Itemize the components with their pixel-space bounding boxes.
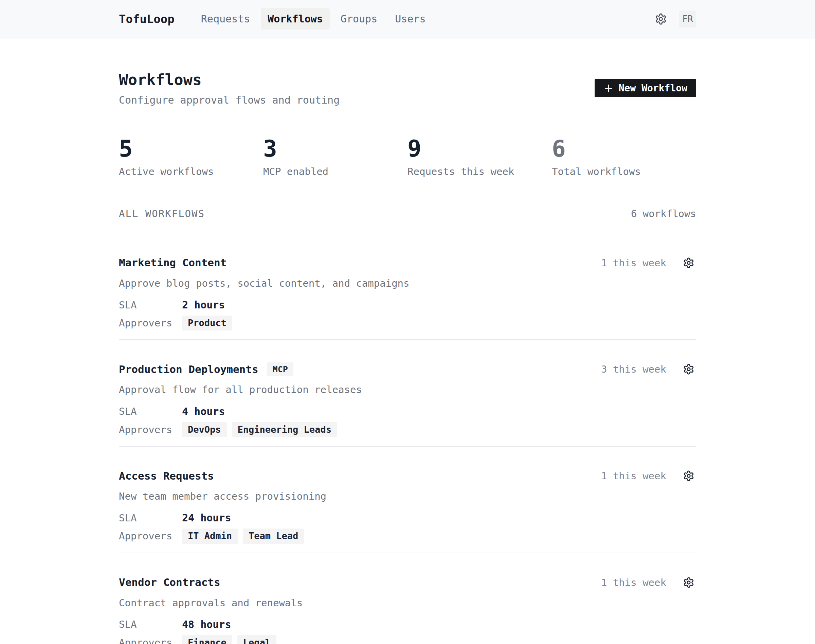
gear-icon: [655, 13, 667, 25]
week-count: 1 this week: [601, 470, 666, 481]
workflow-row-production-deployments: Production Deployments MCP 3 this week: [119, 340, 696, 447]
workflow-row-access-requests: Access Requests 1 this week: [119, 447, 696, 553]
workflow-name[interactable]: Access Requests: [119, 469, 214, 483]
top-navigation-bar: TofuLoop Requests Workflows Groups Users…: [0, 0, 815, 38]
stat-value: 9: [408, 137, 552, 160]
week-count: 1 this week: [601, 577, 666, 588]
main-nav: Requests Workflows Groups Users: [194, 8, 433, 29]
stat-label: Total workflows: [552, 166, 696, 177]
nav-item-workflows[interactable]: Workflows: [261, 8, 330, 29]
plus-icon: [604, 83, 614, 94]
workflow-description: Contract approvals and renewals: [119, 597, 696, 609]
week-count: 1 this week: [601, 257, 666, 269]
workflow-settings-button[interactable]: [681, 575, 696, 590]
approver-chip: Engineering Leads: [232, 422, 337, 437]
workflow-row-vendor-contracts: Vendor Contracts 1 this week: [119, 553, 696, 644]
nav-item-requests[interactable]: Requests: [194, 8, 257, 29]
workflow-settings-button[interactable]: [681, 362, 696, 377]
approver-chip: Team Lead: [243, 529, 304, 543]
brand-logo[interactable]: TofuLoop: [119, 12, 175, 26]
page-header-text: Workflows Configure approval flows and r…: [119, 71, 340, 106]
stat-requests-this-week: 9 Requests this week: [408, 137, 552, 177]
approver-chip: Finance: [182, 635, 232, 644]
workflow-description: Approval flow for all production release…: [119, 383, 696, 396]
workflow-description: Approve blog posts, social content, and …: [119, 277, 696, 290]
settings-button[interactable]: [653, 12, 668, 26]
workflow-count: 6 workflows: [631, 208, 696, 219]
workflow-list: Marketing Content 1 this week: [119, 234, 696, 644]
approvers-label: Approvers: [119, 317, 182, 329]
workflow-name[interactable]: Marketing Content: [119, 256, 227, 269]
sla-label: SLA: [119, 299, 182, 311]
sla-value: 4 hours: [182, 406, 225, 417]
workflow-name[interactable]: Production Deployments: [119, 363, 259, 376]
workflow-description: New team member access provisioning: [119, 490, 696, 502]
section-title: ALL WORKFLOWS: [119, 208, 205, 219]
gear-icon: [683, 577, 694, 588]
app-window: TofuLoop Requests Workflows Groups Users…: [0, 0, 815, 644]
page-title: Workflows: [119, 71, 340, 89]
approver-chip: IT Admin: [182, 529, 238, 543]
week-count: 3 this week: [601, 363, 666, 375]
gear-icon: [683, 257, 694, 269]
stat-value: 5: [119, 137, 263, 160]
page-subtitle: Configure approval flows and routing: [119, 94, 340, 106]
approver-chip: Legal: [237, 635, 276, 644]
stat-value: 6: [552, 137, 696, 160]
stat-active-workflows: 5 Active workflows: [119, 137, 263, 177]
approver-chip: DevOps: [182, 422, 227, 437]
approvers-label: Approvers: [119, 530, 182, 542]
sla-label: SLA: [119, 618, 182, 630]
stat-label: Requests this week: [408, 166, 552, 177]
mcp-badge: MCP: [267, 362, 293, 376]
workflow-name[interactable]: Vendor Contracts: [119, 576, 221, 589]
nav-item-users[interactable]: Users: [388, 8, 432, 29]
sla-value: 24 hours: [182, 512, 231, 524]
sla-label: SLA: [119, 406, 182, 417]
stat-total-workflows: 6 Total workflows: [552, 137, 696, 177]
new-workflow-button[interactable]: New Workflow: [594, 79, 696, 97]
nav-item-groups[interactable]: Groups: [334, 8, 384, 29]
approver-chip: Product: [182, 316, 232, 331]
approvers-label: Approvers: [119, 424, 182, 435]
stats-row: 5 Active workflows 3 MCP enabled 9 Reque…: [119, 137, 696, 177]
workflow-settings-button[interactable]: [681, 468, 696, 483]
sla-value: 48 hours: [182, 618, 231, 630]
workflow-row-marketing-content: Marketing Content 1 this week: [119, 234, 696, 340]
stat-label: Active workflows: [119, 166, 263, 177]
new-workflow-button-label: New Workflow: [619, 83, 687, 94]
gear-icon: [683, 470, 694, 481]
stat-value: 3: [263, 137, 408, 160]
approvers-label: Approvers: [119, 637, 182, 644]
stat-label: MCP enabled: [263, 166, 408, 177]
stat-mcp-enabled: 3 MCP enabled: [263, 137, 408, 177]
gear-icon: [683, 363, 694, 375]
sla-label: SLA: [119, 512, 182, 524]
sla-value: 2 hours: [182, 299, 225, 311]
workflow-settings-button[interactable]: [681, 255, 696, 270]
user-avatar[interactable]: FR: [679, 11, 696, 28]
